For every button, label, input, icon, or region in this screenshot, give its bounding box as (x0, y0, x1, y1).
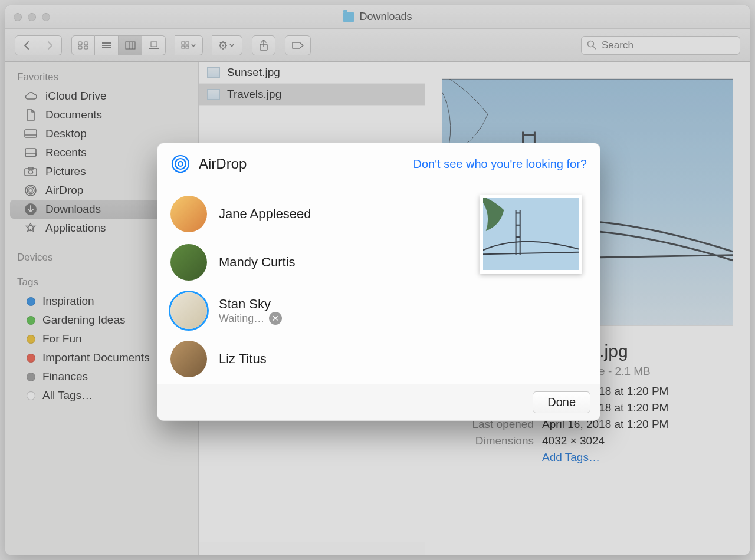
tag-color-dot (27, 391, 35, 400)
airdrop-person[interactable]: Liz Titus (157, 335, 600, 383)
action-button[interactable] (212, 35, 242, 55)
toolbar (5, 29, 750, 62)
tag-color-dot (27, 373, 35, 381)
airdrop-title: AirDrop (199, 156, 405, 172)
svg-point-49 (178, 162, 183, 166)
back-button[interactable] (15, 35, 38, 55)
person-status: Waiting…✕ (219, 312, 282, 325)
tag-color-dot (27, 335, 35, 344)
add-tags-link[interactable]: Add Tags… (442, 451, 733, 464)
sidebar-item-label: Applications (45, 222, 106, 235)
file-row[interactable]: Sunset.jpg (199, 62, 425, 84)
sidebar-tag-label: Gardening Ideas (42, 314, 126, 327)
svg-rect-2 (78, 46, 82, 49)
icon-view-button[interactable] (71, 35, 95, 55)
sidebar-heading-favorites: Favorites (5, 68, 198, 87)
preview-meta-value: 4032 × 3024 (542, 434, 733, 447)
avatar (170, 292, 207, 329)
svg-rect-32 (25, 153, 36, 156)
gallery-view-button[interactable] (142, 35, 166, 55)
desktop-icon (23, 127, 38, 140)
svg-rect-13 (186, 42, 189, 44)
image-file-icon (207, 67, 220, 78)
preview-meta-key: Dimensions (442, 434, 542, 447)
tag-color-dot (27, 297, 35, 306)
sidebar-item-documents[interactable]: Documents (10, 106, 193, 124)
folder-icon (343, 12, 354, 22)
sidebar-tag-label: Important Documents (42, 351, 150, 364)
forward-button[interactable] (38, 35, 62, 55)
share-button[interactable] (252, 35, 275, 55)
search-field[interactable] (581, 36, 740, 55)
svg-line-23 (225, 47, 226, 48)
sidebar-item-icloud-drive[interactable]: iCloud Drive (10, 87, 193, 106)
action-group (212, 35, 242, 55)
svg-rect-3 (84, 46, 88, 49)
sidebar-item-label: Downloads (45, 203, 101, 216)
airdrop-item-thumbnail (480, 195, 582, 274)
airdrop-footer: Done (157, 384, 600, 420)
file-name: Sunset.jpg (227, 66, 280, 79)
svg-line-28 (593, 46, 596, 49)
sidebar-item-label: Pictures (45, 165, 86, 178)
svg-point-50 (175, 159, 186, 169)
svg-rect-1 (84, 42, 88, 45)
sidebar-item-desktop[interactable]: Desktop (10, 124, 193, 143)
svg-point-34 (29, 170, 33, 174)
avatar (170, 196, 207, 232)
svg-rect-31 (25, 149, 36, 156)
person-name: Stan Sky (219, 297, 282, 312)
file-row[interactable]: Travels.jpg (199, 84, 425, 106)
svg-rect-15 (186, 46, 189, 48)
horizontal-scrollbar[interactable] (199, 542, 425, 555)
window-title: Downloads (359, 11, 412, 23)
svg-line-24 (220, 47, 221, 48)
sidebar-item-label: iCloud Drive (45, 90, 106, 103)
nav-buttons (15, 35, 62, 55)
column-view-button[interactable] (119, 35, 142, 55)
airdrop-icon (170, 154, 191, 174)
search-icon (587, 40, 596, 50)
airdrop-help-link[interactable]: Don't see who you're looking for? (413, 157, 587, 171)
person-name: Liz Titus (219, 351, 267, 367)
applications-icon (23, 222, 38, 235)
done-button[interactable]: Done (533, 391, 590, 413)
sidebar-item-label: Desktop (45, 127, 87, 140)
avatar (170, 244, 207, 281)
cloud-icon (23, 90, 38, 103)
sidebar-tag-label: Inspiration (42, 295, 94, 308)
search-input[interactable] (581, 36, 740, 55)
svg-rect-12 (182, 42, 185, 44)
svg-rect-10 (151, 42, 157, 47)
recents-icon (23, 146, 38, 159)
sidebar-item-label: Documents (45, 108, 102, 121)
tags-button[interactable] (285, 35, 311, 55)
airdrop-header: AirDrop Don't see who you're looking for… (157, 143, 600, 185)
view-buttons (71, 35, 166, 55)
airdrop-person[interactable]: Stan SkyWaiting…✕ (157, 286, 600, 335)
svg-point-37 (27, 187, 34, 194)
pictures-icon (23, 165, 38, 178)
person-name: Jane Appleseed (219, 206, 311, 222)
sidebar-tag-label: Finances (42, 370, 88, 383)
share-icon (259, 40, 268, 51)
arrange-group (175, 35, 203, 55)
svg-line-22 (220, 42, 221, 44)
sidebar-tag-label: For Fun (42, 332, 82, 345)
gear-icon (218, 41, 236, 50)
arrange-button[interactable] (175, 35, 203, 55)
sidebar-tag-label: All Tags… (42, 389, 93, 402)
tag-icon (291, 41, 304, 50)
svg-point-17 (222, 44, 224, 46)
downloads-icon (23, 203, 38, 216)
svg-line-25 (225, 42, 226, 44)
image-file-icon (207, 89, 220, 100)
svg-point-36 (29, 189, 32, 192)
document-icon (23, 108, 38, 121)
sidebar-item-label: Recents (45, 146, 87, 159)
cancel-transfer-button[interactable]: ✕ (269, 312, 282, 325)
sidebar-item-label: AirDrop (45, 184, 83, 197)
person-name: Mandy Curtis (219, 255, 296, 270)
svg-rect-14 (182, 46, 185, 48)
list-view-button[interactable] (95, 35, 119, 55)
